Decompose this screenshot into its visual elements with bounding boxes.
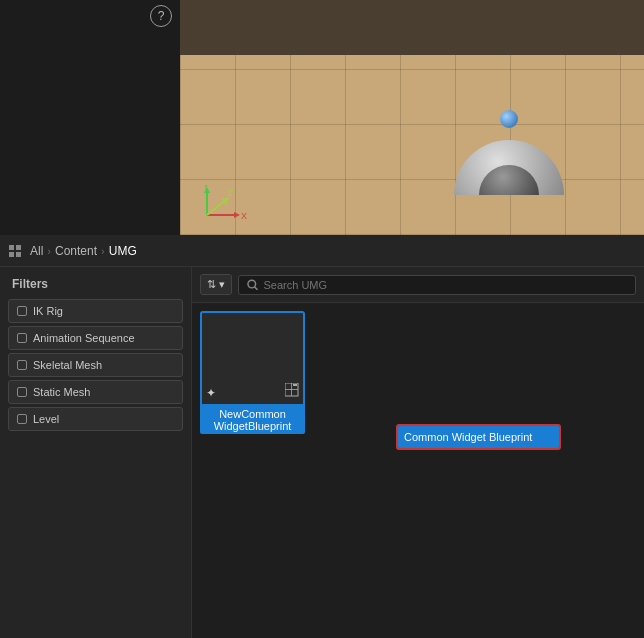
blueprint-icon (285, 383, 299, 400)
content-area: Filters IK Rig Animation Sequence Skelet… (0, 267, 644, 638)
robot-mesh (454, 110, 564, 195)
svg-text:X: X (241, 211, 247, 221)
sort-button[interactable]: ⇅ ▾ (200, 274, 232, 295)
filter-skeletal-mesh[interactable]: Skeletal Mesh (8, 353, 183, 377)
filter-static-mesh[interactable]: Static Mesh (8, 380, 183, 404)
breadcrumb-sep-2: › (101, 245, 105, 257)
search-icon (247, 279, 258, 291)
main-content: ⇅ ▾ ✦ (192, 267, 644, 638)
asset-card-label: NewCommonWidgetBlueprint (200, 406, 305, 434)
breadcrumb-content[interactable]: Content (55, 244, 97, 258)
viewport-panel: ? Y X Z (0, 0, 644, 235)
svg-line-14 (255, 286, 258, 289)
svg-marker-4 (234, 212, 240, 218)
star-icon: ✦ (206, 386, 216, 400)
asset-card-widget-blueprint[interactable]: ✦ NewCommonWidgetBlueprint (200, 311, 305, 434)
filters-title: Filters (8, 277, 183, 291)
filter-animation-sequence[interactable]: Animation Sequence (8, 326, 183, 350)
sort-icon: ⇅ (207, 278, 216, 291)
sidebar-filters: Filters IK Rig Animation Sequence Skelet… (0, 267, 192, 638)
svg-text:Z: Z (228, 188, 234, 198)
sort-dropdown-icon: ▾ (219, 278, 225, 291)
svg-rect-12 (16, 252, 21, 257)
svg-rect-10 (16, 245, 21, 250)
rename-input[interactable] (398, 426, 559, 448)
svg-rect-9 (9, 245, 14, 250)
filter-level[interactable]: Level (8, 407, 183, 431)
viewport-left-panel: ? (0, 0, 180, 235)
search-bar (238, 275, 636, 295)
viewport-main: Y X Z (180, 0, 644, 235)
svg-point-13 (248, 280, 256, 288)
asset-card-thumbnail: ✦ (200, 311, 305, 406)
content-toolbar: ⇅ ▾ (192, 267, 644, 303)
svg-rect-18 (293, 384, 297, 386)
svg-text:Y: Y (203, 185, 209, 191)
grid-icon (8, 244, 22, 258)
svg-rect-11 (9, 252, 14, 257)
rename-box (396, 424, 561, 450)
help-icon[interactable]: ? (150, 5, 172, 27)
breadcrumb-bar: All › Content › UMG (0, 235, 644, 267)
breadcrumb-current: UMG (109, 244, 137, 258)
search-input[interactable] (263, 279, 627, 291)
robot-top (500, 110, 518, 128)
filter-ik-rig[interactable]: IK Rig (8, 299, 183, 323)
gizmo: Y X Z (195, 185, 245, 220)
breadcrumb-all[interactable]: All (30, 244, 43, 258)
asset-grid: ✦ NewCommonWidgetBlueprint (192, 303, 644, 442)
breadcrumb-sep-1: › (47, 245, 51, 257)
